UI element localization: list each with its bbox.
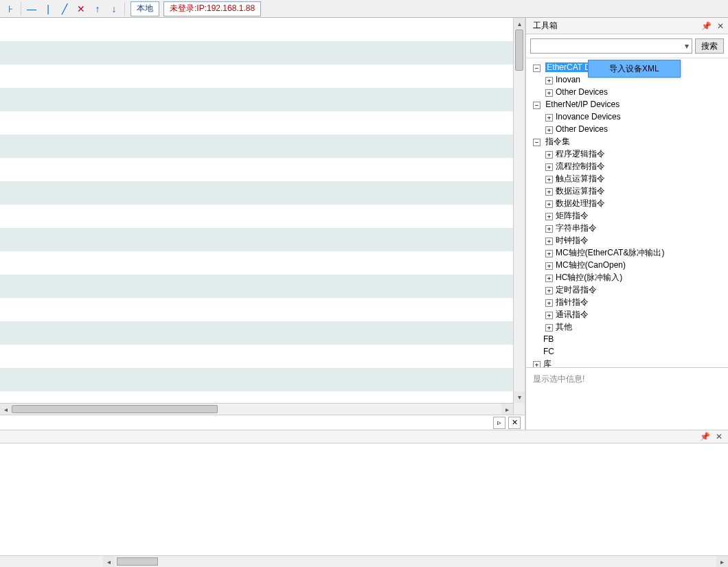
expand-toggle-icon[interactable]: + — [545, 312, 553, 319]
bottom-hscrollbar[interactable]: ◂ ▸ — [0, 555, 728, 567]
hline-icon[interactable]: — — [24, 1, 39, 16]
scroll-right-icon[interactable]: ▸ — [501, 404, 513, 415]
expand-toggle-icon[interactable]: + — [545, 299, 553, 307]
tree-node-ethercat-devices[interactable]: EtherCAT D — [545, 62, 592, 72]
tab-next-button[interactable]: ▹ — [493, 417, 505, 429]
toolbox-header: 工具箱 📌 ✕ — [526, 18, 728, 34]
toolbox-panel: 工具箱 📌 ✕ ▾ 搜索 − EtherCAT D 导入设备XML +Inova… — [525, 18, 728, 430]
editor-pane: ▴ ▾ ◂ ▸ ▹ ✕ — [0, 18, 525, 430]
toolbox-search-combo[interactable]: ▾ — [530, 38, 692, 54]
tree-node-fb[interactable]: FB — [543, 334, 554, 344]
tree-node-fc[interactable]: FC — [543, 347, 554, 356]
expand-toggle-icon[interactable]: + — [545, 126, 553, 134]
scroll-up-icon[interactable]: ▴ — [514, 18, 525, 30]
tree-node-inovance-devices[interactable]: Inovance Devices — [556, 112, 621, 121]
expand-toggle-icon[interactable]: + — [545, 200, 553, 208]
expand-toggle-icon[interactable]: − — [533, 102, 541, 109]
tree-node-ethernetip-devices[interactable]: EtherNet/IP Devices — [545, 100, 619, 109]
expand-toggle-icon[interactable]: + — [545, 287, 553, 294]
toolbox-tree[interactable]: − EtherCAT D 导入设备XML +Inovan +Other Devi… — [526, 58, 728, 367]
tree-node-instruction-set[interactable]: 指令集 — [545, 137, 570, 146]
tree-node-logic-instr[interactable]: 程序逻辑指令 — [556, 149, 605, 159]
expand-toggle-icon[interactable]: − — [533, 65, 541, 72]
slash-icon[interactable]: ╱ — [57, 1, 72, 16]
tree-node-dataop-instr[interactable]: 数据运算指令 — [556, 186, 605, 196]
tree-node-other-devices[interactable]: Other Devices — [556, 124, 608, 134]
scroll-down-icon[interactable]: ▾ — [514, 391, 525, 403]
expand-toggle-icon[interactable]: + — [545, 77, 553, 84]
bottom-panel-header: 📌 ✕ — [0, 430, 728, 443]
expand-toggle-icon[interactable]: + — [545, 151, 553, 159]
tree-node-dataproc-instr[interactable]: 数据处理指令 — [556, 198, 605, 208]
local-button[interactable]: 本地 — [130, 1, 159, 16]
editor-tab-controls: ▹ ✕ — [0, 415, 525, 430]
context-menu-import-xml[interactable]: 导入设备XML — [588, 60, 681, 78]
tree-node-mc-ethercat-instr[interactable]: MC轴控(EtherCAT&脉冲输出) — [556, 248, 664, 257]
expand-toggle-icon[interactable]: + — [545, 176, 553, 183]
expand-toggle-icon[interactable]: − — [533, 139, 541, 146]
tree-node-mc-canopen-instr[interactable]: MC轴控(CanOpen) — [556, 260, 626, 270]
scroll-left-icon[interactable]: ◂ — [0, 404, 12, 415]
bottom-panel-body: ◂ ▸ — [0, 443, 728, 567]
login-status-button[interactable]: 未登录:IP:192.168.1.88 — [163, 1, 261, 16]
editor-vscrollbar[interactable]: ▴ ▾ — [513, 18, 525, 415]
ladder-editor-canvas[interactable] — [0, 18, 525, 415]
toolbox-search-button[interactable]: 搜索 — [695, 38, 724, 54]
tree-node-other-devices[interactable]: Other Devices — [556, 87, 608, 97]
tree-node-inovance[interactable]: Inovan — [556, 75, 580, 84]
expand-toggle-icon[interactable]: + — [545, 250, 553, 257]
tree-node-clock-instr[interactable]: 时钟指令 — [556, 235, 589, 245]
close-icon[interactable]: ✕ — [716, 432, 723, 441]
expand-toggle-icon[interactable]: + — [545, 262, 553, 270]
expand-toggle-icon[interactable]: + — [545, 225, 553, 233]
vscroll-thumb[interactable] — [515, 30, 523, 71]
tree-node-string-instr[interactable]: 字符串指令 — [556, 223, 597, 233]
expand-toggle-icon[interactable]: + — [545, 163, 553, 171]
tree-node-hc-instr[interactable]: HC轴控(脉冲输入) — [556, 273, 622, 282]
arrow-up-icon[interactable]: ↑ — [90, 1, 105, 16]
bottom-hscroll-thumb[interactable] — [117, 557, 158, 566]
arrow-down-icon[interactable]: ↓ — [106, 1, 122, 16]
scroll-left-icon[interactable]: ◂ — [103, 556, 115, 567]
branch-icon[interactable]: ⊦ — [3, 1, 18, 16]
vline-icon[interactable]: | — [41, 1, 56, 16]
pin-icon[interactable]: 📌 — [700, 432, 710, 441]
pin-icon[interactable]: 📌 — [701, 21, 712, 31]
tab-close-button[interactable]: ✕ — [508, 417, 521, 429]
tree-node-contact-instr[interactable]: 触点运算指令 — [556, 174, 605, 183]
expand-toggle-icon[interactable]: + — [545, 89, 553, 97]
expand-toggle-icon[interactable]: + — [545, 114, 553, 121]
close-icon[interactable]: ✕ — [717, 21, 724, 31]
toolbox-title: 工具箱 — [533, 20, 558, 32]
hscroll-thumb[interactable] — [12, 405, 218, 413]
tree-node-flow-instr[interactable]: 流程控制指令 — [556, 161, 605, 171]
expand-toggle-icon[interactable]: + — [545, 238, 553, 245]
tree-node-pointer-instr[interactable]: 指针指令 — [556, 297, 589, 307]
expand-toggle-icon[interactable]: + — [533, 361, 541, 367]
expand-toggle-icon[interactable]: + — [545, 324, 553, 332]
toolbox-info-box: 显示选中信息! — [526, 367, 728, 430]
tree-node-timer-instr[interactable]: 定时器指令 — [556, 285, 597, 294]
expand-toggle-icon[interactable]: + — [545, 213, 553, 220]
tree-node-library[interactable]: 库 — [543, 359, 551, 367]
tree-node-matrix-instr[interactable]: 矩阵指令 — [556, 211, 589, 220]
expand-toggle-icon[interactable]: + — [545, 275, 553, 282]
scroll-right-icon[interactable]: ▸ — [716, 556, 728, 567]
expand-toggle-icon[interactable]: + — [545, 188, 553, 196]
tree-node-comm-instr[interactable]: 通讯指令 — [556, 310, 589, 319]
top-toolbar: ⊦ — | ╱ ✕ ↑ ↓ 本地 未登录:IP:192.168.1.88 — [0, 0, 728, 18]
tree-node-other-instr[interactable]: 其他 — [556, 322, 572, 332]
cross-icon[interactable]: ✕ — [73, 1, 89, 16]
editor-hscrollbar[interactable]: ◂ ▸ — [0, 403, 513, 415]
